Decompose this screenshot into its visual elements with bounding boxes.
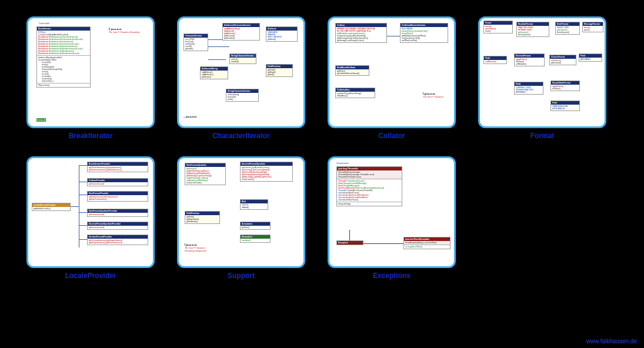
card-collator[interactable]: Collator PRIMARY SECONDARY TERTIARY IDEN… — [328, 16, 456, 140]
card-label: Exceptions — [373, 272, 411, 280]
card-label: LocaleProvider — [65, 272, 116, 280]
uml-dfs: DateFormatSymbols getInstance()getAmPmSt… — [185, 163, 226, 185]
card-label: Collator — [378, 132, 405, 140]
pkg-label: Ⅰ java.text The Java™ Character Streamin… — [185, 243, 206, 252]
uml-dfsp: DateFormatSymbolsProvider getInstance(Lo… — [87, 209, 148, 217]
card-body: DateFormatSymbols getInstance()getAmPmSt… — [177, 156, 305, 268]
card-support[interactable]: DateFormatSymbols getInstance()getAmPmSt… — [177, 156, 305, 280]
uml-fp: FieldPosition getField()getBeginIndex()g… — [185, 211, 220, 224]
pkg-label: Ⅰ java.text The Java™ Character — [423, 92, 443, 98]
uml-clone: Object clone() — [37, 83, 90, 87]
uml-throwable: java.lang.Throwable Throwable(String mes… — [336, 166, 402, 206]
card-characteriterator[interactable]: CharacterIterator char DONEfirst() last(… — [177, 16, 305, 140]
card-breakiterator[interactable]: Cloneable Ⅰ java.text The Java™ Characte… — [26, 16, 155, 140]
uml-fields: DONE int Locale[] Locale[] getAvailableL… — [37, 31, 90, 55]
uml-norm: Normalizer normalize() — [240, 235, 271, 243]
card-body: CharacterIterator char DONEfirst() last(… — [177, 16, 305, 128]
uml-numfmt: NumberFormat FRACTION_FIELDINTEGER_FIELD… — [516, 22, 549, 37]
uml-key: CollationKey compareTo() getSourceString… — [335, 88, 375, 98]
card-label: CharacterIterator — [212, 132, 269, 140]
uml-elemiter: CollationElementIterator NULLORDERprimar… — [400, 23, 448, 43]
uml-methods: boolean isBoundary(int offset) int prece… — [37, 55, 90, 83]
uml-stringchar: StringCharacterIterator setText(String)f… — [226, 89, 259, 102]
uml-bidi: Bidi LTR RTLisMixed() — [240, 199, 268, 210]
card-label: Format — [530, 132, 555, 140]
uml-bip: BreakIteratorProvider getCharacterInstan… — [87, 162, 148, 172]
diagram-grid: Cloneable Ⅰ java.text The Java™ Characte… — [0, 0, 644, 286]
uml-ann: Annotation getValue() — [240, 222, 271, 230]
package-subtitle: The Java™ Character Streaming — [109, 31, 147, 34]
uml-stringchar2: StringCharacterIterator setText()setInde… — [229, 53, 256, 64]
card-label: BreakIterator — [69, 132, 113, 140]
card-body: Serializable java.lang.Throwable Throwab… — [328, 156, 456, 268]
uml-dcfs: DecimalFormatSymbols getInstance() getAv… — [240, 162, 293, 182]
card-format[interactable]: Format format()parseObject()clone() Numb… — [478, 16, 606, 140]
uml-dfmsp: DecimalFormatSymbolsProvider getInstance… — [87, 222, 148, 230]
uml-chariter: CharacterIterator char DONEfirst() last(… — [183, 34, 208, 51]
uml-simple: SimpleDateFormat applyPattern()toPattern… — [550, 81, 580, 91]
uml-decimal: DecimalFormat applyPattern()toPattern()s… — [514, 53, 545, 66]
footer-link[interactable]: www.falkhausen.de — [586, 338, 637, 344]
card-localeprovider[interactable]: LocaleServiceProvider getAvailableLocale… — [26, 156, 155, 280]
uml-field3: Field CURRENCY SIGNINTEGER FRACTIONEXPON… — [514, 82, 543, 95]
card-body: Cloneable Ⅰ java.text The Java™ Characte… — [26, 16, 155, 128]
uml-extra: FieldPosition getField()getBegin()getEnd… — [266, 64, 293, 77]
card-body: LocaleServiceProvider getAvailableLocale… — [26, 156, 155, 268]
uml-dfp: DateFormatProvider getDateInstance() get… — [87, 191, 148, 202]
package-label: Ⅰ java.text The Java™ Character Streamin… — [109, 26, 147, 34]
uml-exception: Exception — [336, 240, 363, 245]
uml-msgfmt: MessageFormat format()parse() — [582, 22, 603, 32]
uml-lsp: LocaleServiceProvider getAvailableLocale… — [32, 203, 71, 211]
uml-field2: Field ARGUMENT — [579, 53, 602, 62]
uml-rule: RuleBasedCollator getRules()getCollation… — [335, 65, 369, 76]
card-label: Support — [228, 272, 255, 280]
uml-cp: CollatorProvider getInstance(Locale) — [87, 178, 148, 186]
cloneable-label: Cloneable — [39, 22, 49, 25]
uml-choice: ChoiceFormat setChoices()getFormats() — [549, 55, 576, 65]
uml-field1: Field readResolve() — [483, 56, 507, 64]
uml-datefmt: DateFormat SHORT LONGgetInstance()format… — [555, 22, 580, 35]
uml-attribute: Attribute LANGUAGEREADINGINPUT_METHODget… — [266, 26, 298, 42]
uml-nfp: NumberFormatProvider getCurrencyInstance… — [87, 235, 148, 245]
card-body: Collator PRIMARY SECONDARY TERTIARY IDEN… — [328, 16, 456, 128]
uml-attriter: AttributedCharacterIterator getAllAttrib… — [222, 23, 260, 41]
serializable-label: Serializable — [336, 162, 349, 165]
card-body: Format format()parseObject()clone() Numb… — [478, 16, 606, 128]
uml-field4: Field YEAR MONTH DAYHOUR MINUTE ... — [550, 101, 580, 111]
done-badge: DONE — [36, 118, 46, 122]
uml-breakiterator: BreakIterator DONE int Locale[] Locale[]… — [36, 26, 91, 88]
uml-collator: Collator PRIMARY SECONDARY TERTIARY IDEN… — [335, 23, 387, 43]
card-exceptions[interactable]: Serializable java.lang.Throwable Throwab… — [328, 156, 456, 280]
pkg-label: .. java.text — [183, 115, 196, 118]
uml-parseexception: java.text.ParseException ParseException(… — [403, 237, 451, 249]
uml-segment: AttributedString addAttribute()addAttrib… — [200, 66, 228, 79]
uml-format: Format format()parseObject()clone() — [483, 21, 513, 34]
